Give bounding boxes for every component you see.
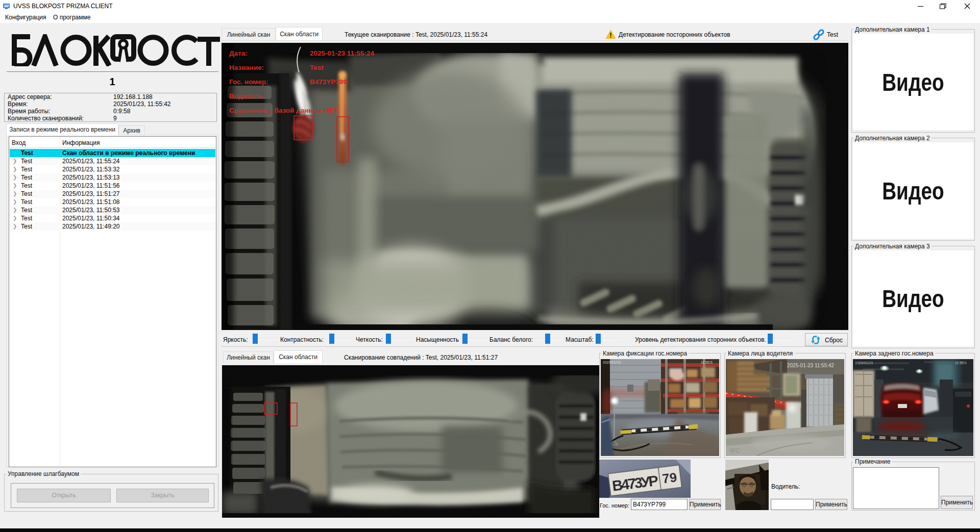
svg-text:11:55:5: 11:55:5: [701, 361, 713, 364]
svg-text:2025/01/23: 2025/01/23: [855, 361, 873, 365]
svg-text:Водитель:: Водитель:: [229, 92, 265, 100]
svg-text:Гос. номер:: Гос. номер:: [229, 78, 268, 86]
svg-text:2025-01-23 11:55:42: 2025-01-23 11:55:42: [787, 363, 835, 368]
svg-text:IPC: IPC: [730, 447, 740, 454]
svg-text:2025/01/23: 2025/01/23: [603, 361, 621, 364]
svg-text:11:55:4: 11:55:4: [955, 361, 967, 365]
svg-text:2025-01-23 11:55:24: 2025-01-23 11:55:24: [310, 49, 375, 57]
svg-text:Сравнение с базой данных НЕТ: Сравнение с базой данных НЕТ: [229, 107, 338, 114]
svg-text:79: 79: [662, 469, 678, 486]
svg-text:Дата:: Дата:: [229, 49, 248, 57]
svg-text:B473YP799: B473YP799: [310, 78, 347, 86]
svg-text:Название:: Название:: [229, 64, 264, 71]
svg-text:Test: Test: [310, 64, 324, 71]
